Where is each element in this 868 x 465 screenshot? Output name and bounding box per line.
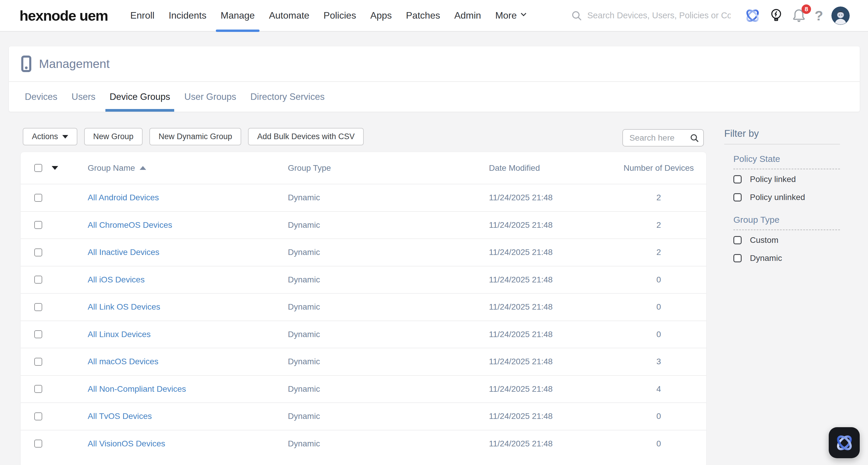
group-name-link[interactable]: All TvOS Devices [88, 411, 152, 421]
group-name-link[interactable]: All macOS Devices [88, 357, 159, 366]
row-checkbox[interactable] [34, 275, 42, 284]
nav-apps[interactable]: Apps [363, 0, 399, 31]
row-checkbox[interactable] [34, 440, 42, 447]
filter-option-label: Policy linked [750, 175, 796, 184]
group-name-link[interactable]: All iOS Devices [88, 275, 145, 284]
group-name-link[interactable]: All Linux Devices [88, 330, 151, 339]
user-avatar[interactable] [831, 6, 850, 25]
tabs: Devices Users Device Groups User Groups … [18, 82, 332, 112]
group-name-link[interactable]: All Non-Compliant Devices [88, 384, 186, 394]
filter-section-title: Policy State [733, 154, 840, 164]
policy-unlinked-checkbox[interactable] [733, 193, 742, 202]
table-search [622, 129, 704, 147]
policy-linked-checkbox[interactable] [733, 175, 742, 183]
row-checkbox[interactable] [34, 385, 42, 393]
page-title: Management [39, 57, 110, 71]
table-row: All Inactive Devices Dynamic 11/24/2025 … [21, 238, 706, 266]
add-bulk-devices-csv-button[interactable]: Add Bulk Devices with CSV [248, 128, 364, 145]
tab-user-groups[interactable]: User Groups [177, 82, 243, 112]
date-modified-cell: 11/24/2025 21:48 [489, 357, 611, 366]
filter-option-policy-linked[interactable]: Policy linked [733, 171, 840, 187]
date-modified-cell: 11/24/2025 21:48 [489, 275, 611, 285]
nav-admin[interactable]: Admin [447, 0, 488, 31]
group-name-link[interactable]: All Inactive Devices [88, 248, 159, 257]
genie-orbit-icon [744, 7, 761, 24]
group-name-link[interactable]: All Link OS Devices [88, 302, 160, 311]
genie-button[interactable] [744, 7, 761, 24]
filter-option-policy-unlinked[interactable]: Policy unlinked [733, 189, 840, 205]
select-all-checkbox[interactable] [34, 164, 42, 172]
date-modified-cell: 11/24/2025 21:48 [489, 221, 611, 230]
new-dynamic-group-button[interactable]: New Dynamic Group [149, 128, 241, 145]
row-checkbox[interactable] [34, 221, 42, 229]
device-groups-table: Group Name Group Type Date Modified Numb… [21, 152, 706, 465]
table-row: All ChromeOS Devices Dynamic 11/24/2025 … [21, 211, 706, 239]
help-button[interactable]: ? [814, 8, 823, 23]
group-name-link[interactable]: All VisionOS Devices [88, 439, 165, 448]
tab-directory-services[interactable]: Directory Services [243, 82, 332, 112]
row-checkbox[interactable] [34, 194, 42, 202]
help-icon: ? [814, 8, 823, 23]
global-search-input[interactable] [587, 11, 731, 20]
group-type-cell: Dynamic [288, 221, 489, 230]
row-checkbox[interactable] [34, 303, 42, 311]
group-name-link[interactable]: All Android Devices [88, 193, 159, 202]
new-group-button[interactable]: New Group [84, 128, 143, 145]
actions-label: Actions [32, 132, 58, 141]
row-checkbox[interactable] [34, 358, 42, 366]
dynamic-checkbox[interactable] [733, 254, 742, 262]
nav-enroll[interactable]: Enroll [123, 0, 161, 31]
whats-new-button[interactable] [769, 8, 783, 23]
tab-devices[interactable]: Devices [18, 82, 64, 112]
tab-device-groups[interactable]: Device Groups [102, 82, 177, 112]
date-modified-cell: 11/24/2025 21:48 [489, 384, 611, 394]
nav-policies[interactable]: Policies [316, 0, 363, 31]
row-checkbox[interactable] [34, 330, 42, 338]
select-menu-caret-icon[interactable] [52, 166, 58, 170]
dashed-divider [733, 230, 840, 230]
nav-patches[interactable]: Patches [399, 0, 447, 31]
group-type-cell: Dynamic [288, 275, 489, 285]
group-type-cell: Dynamic [288, 357, 489, 366]
group-type-cell: Dynamic [288, 330, 489, 339]
device-count-cell: 2 [611, 221, 706, 230]
row-checkbox[interactable] [34, 249, 42, 256]
tab-users[interactable]: Users [64, 82, 102, 112]
nav-manage[interactable]: Manage [213, 0, 262, 31]
actions-button[interactable]: Actions [23, 128, 78, 145]
filter-option-custom[interactable]: Custom [733, 232, 840, 248]
column-header-date-modified[interactable]: Date Modified [489, 163, 611, 173]
column-header-group-type[interactable]: Group Type [288, 163, 489, 173]
row-checkbox[interactable] [34, 412, 42, 420]
sort-ascending-icon [140, 166, 146, 170]
column-header-group-name[interactable]: Group Name [88, 163, 288, 173]
notification-badge: 8 [802, 4, 811, 14]
filter-option-label: Custom [750, 235, 778, 245]
group-type-cell: Dynamic [288, 439, 489, 448]
filter-option-dynamic[interactable]: Dynamic [733, 250, 840, 266]
global-search[interactable] [571, 10, 731, 22]
dashed-divider [733, 169, 840, 169]
group-name-link[interactable]: All ChromeOS Devices [88, 221, 172, 230]
genie-launcher-button[interactable] [829, 427, 860, 458]
filter-option-label: Dynamic [750, 254, 782, 263]
notifications-button[interactable]: 8 [792, 8, 806, 23]
column-header-number-of-devices[interactable]: Number of Devices [611, 163, 706, 173]
search-icon[interactable] [690, 133, 699, 143]
nav-incidents[interactable]: Incidents [161, 0, 213, 31]
lightbulb-icon [769, 8, 783, 23]
device-count-cell: 0 [611, 411, 706, 421]
nav-more-label: More [495, 10, 517, 21]
genie-orbit-icon [835, 433, 854, 453]
toolbar: Actions New Group New Dynamic Group Add … [23, 128, 364, 145]
filter-divider [724, 144, 840, 144]
nav-more[interactable]: More [488, 0, 532, 31]
brand-logo[interactable]: hexnode uem [20, 7, 108, 24]
device-count-cell: 0 [611, 439, 706, 448]
table-row: All TvOS Devices Dynamic 11/24/2025 21:4… [21, 402, 706, 430]
custom-checkbox[interactable] [733, 236, 742, 244]
device-count-cell: 3 [611, 357, 706, 366]
table-header-row: Group Name Group Type Date Modified Numb… [21, 152, 706, 184]
nav-automate[interactable]: Automate [262, 0, 316, 31]
filter-section-group-type: Group Type Custom Dynamic [733, 215, 840, 266]
